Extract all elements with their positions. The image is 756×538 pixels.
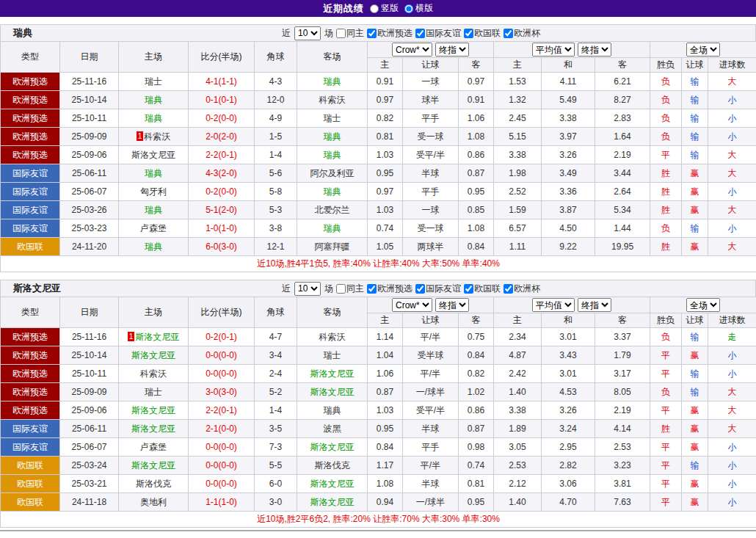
- away-team-name[interactable]: 瑞士: [324, 350, 341, 360]
- away-team-name[interactable]: 阿塞拜疆: [315, 241, 350, 252]
- date-cell: 24-11-20: [60, 238, 119, 256]
- odds-home-header: 主: [368, 313, 403, 328]
- avg-time-select[interactable]: 终指: [578, 298, 611, 312]
- match-filters: 近10场同主欧洲预选国际友谊欧国联欧洲杯: [282, 282, 540, 296]
- away-team-name[interactable]: 瑞士: [324, 113, 341, 123]
- goals-cell: 小: [708, 475, 756, 493]
- odds-time-select[interactable]: 终指: [435, 298, 469, 312]
- home-team-name[interactable]: 卢森堡: [140, 223, 167, 233]
- home-team-name[interactable]: 斯洛伐克: [136, 479, 171, 489]
- competition-filter[interactable]: 国际友谊: [415, 283, 461, 295]
- odds-home-cell: 0.97: [368, 183, 403, 201]
- away-team-name[interactable]: 科索沃: [319, 95, 346, 105]
- home-team-name[interactable]: 科索沃: [144, 131, 170, 142]
- home-team-name[interactable]: 卢森堡: [140, 442, 167, 452]
- avg-source-select[interactable]: 平均值: [532, 298, 575, 312]
- odds-home-cell: 0.91: [368, 73, 403, 91]
- away-team-name[interactable]: 瑞典: [324, 405, 341, 415]
- away-team-name[interactable]: 瑞典: [324, 186, 341, 197]
- home-team-name[interactable]: 斯洛文尼亚: [131, 460, 175, 470]
- odds-time-select[interactable]: 终指: [435, 43, 469, 57]
- away-team-name[interactable]: 斯洛文尼亚: [310, 442, 355, 452]
- same-home-filter[interactable]: 同主: [336, 283, 364, 295]
- away-team-name[interactable]: 斯洛伐克: [315, 460, 350, 470]
- home-team-name[interactable]: 瑞典: [145, 113, 162, 123]
- match-type-cell: 国际友谊: [1, 201, 60, 219]
- competition-checkbox[interactable]: [367, 29, 377, 38]
- competition-filter[interactable]: 欧国联: [464, 283, 501, 295]
- avg-time-select[interactable]: 终指: [578, 43, 611, 57]
- odds-company-select[interactable]: Crow*: [392, 43, 432, 57]
- odds-home-cell: 0.87: [368, 383, 403, 401]
- competition-checkbox[interactable]: [464, 29, 473, 38]
- away-team-name[interactable]: 波黑: [324, 424, 341, 434]
- competition-filter[interactable]: 欧洲杯: [504, 283, 540, 295]
- away-team-name[interactable]: 科索沃: [319, 332, 346, 342]
- competition-filter[interactable]: 欧国联: [464, 27, 501, 40]
- home-team-name[interactable]: 奥地利: [140, 497, 167, 507]
- home-team-name[interactable]: 瑞典: [145, 205, 162, 215]
- match-type-cell: 欧国联: [1, 493, 60, 512]
- handicap-result-cell: 输: [682, 365, 708, 383]
- away-team-name[interactable]: 斯洛文尼亚: [310, 497, 355, 507]
- away-team-name[interactable]: 北爱尔兰: [315, 205, 350, 215]
- home-team-cell: 1科索沃: [119, 128, 189, 146]
- home-team-name[interactable]: 瑞士: [145, 76, 162, 87]
- competition-filter[interactable]: 欧洲预选: [367, 283, 412, 295]
- competition-checkbox[interactable]: [367, 284, 377, 294]
- competition-checkbox[interactable]: [504, 29, 513, 38]
- date-cell: 25-06-07: [60, 438, 119, 457]
- table-row: 欧国联24-11-18奥地利1-1(1-0)3-0斯洛文尼亚0.94一/球半0.…: [1, 493, 756, 512]
- same-home-checkbox[interactable]: [336, 284, 346, 294]
- away-team-name[interactable]: 瑞典: [324, 131, 341, 142]
- home-team-name[interactable]: 匈牙利: [140, 186, 167, 197]
- horizontal-view-radio[interactable]: [404, 4, 413, 13]
- home-team-name[interactable]: 瑞典: [145, 95, 162, 105]
- outcome-cell: 平: [650, 493, 682, 512]
- home-team-name[interactable]: 斯洛文尼亚: [131, 424, 175, 434]
- vertical-view-radio[interactable]: [370, 4, 379, 13]
- view-option-horizontal[interactable]: 横版: [404, 2, 433, 15]
- competition-filter[interactable]: 欧洲预选: [367, 27, 412, 40]
- corner-cell: 3-5: [255, 420, 297, 438]
- same-home-checkbox[interactable]: [336, 29, 346, 38]
- same-home-filter[interactable]: 同主: [336, 27, 364, 40]
- home-team-name[interactable]: 斯洛文尼亚: [131, 405, 175, 415]
- match-count-select[interactable]: 10: [294, 282, 321, 296]
- away-team-cell: 斯洛文尼亚: [297, 383, 368, 401]
- goals-cell: 小: [708, 183, 756, 201]
- view-option-vertical[interactable]: 竖版: [370, 2, 399, 15]
- away-team-name[interactable]: 瑞典: [324, 150, 341, 160]
- scope-select[interactable]: 全场: [686, 298, 720, 312]
- competition-checkbox[interactable]: [504, 284, 513, 294]
- home-team-name[interactable]: 斯洛文尼亚: [131, 150, 175, 160]
- away-team-name[interactable]: 瑞典: [324, 223, 341, 233]
- odds-handicap-cell: 平手: [403, 438, 459, 457]
- match-count-select[interactable]: 10: [294, 26, 321, 40]
- away-team-name[interactable]: 瑞典: [324, 76, 341, 87]
- competition-checkbox[interactable]: [415, 29, 425, 38]
- handicap-result-cell: 赢: [682, 493, 708, 512]
- competition-filter[interactable]: 国际友谊: [415, 27, 461, 40]
- avg-draw-cell: 3.87: [542, 201, 595, 219]
- home-team-name[interactable]: 瑞典: [145, 241, 162, 252]
- odds-home-cell: 1.03: [368, 201, 403, 219]
- scope-select[interactable]: 全场: [686, 43, 720, 57]
- home-team-name[interactable]: 瑞典: [145, 168, 162, 178]
- away-team-name[interactable]: 斯洛文尼亚: [310, 387, 355, 397]
- odds-company-select[interactable]: Crow*: [392, 298, 432, 312]
- home-team-name[interactable]: 科索沃: [140, 368, 167, 379]
- away-team-name[interactable]: 阿尔及利亚: [310, 168, 355, 178]
- outcome-cell: 负: [650, 219, 682, 238]
- avg-source-select[interactable]: 平均值: [532, 43, 575, 57]
- competition-checkbox[interactable]: [415, 284, 425, 294]
- away-team-cell: 瑞典: [297, 146, 368, 164]
- competition-checkbox[interactable]: [464, 284, 473, 294]
- home-team-name[interactable]: 斯洛文尼亚: [131, 350, 175, 360]
- match-type-cell: 国际友谊: [1, 164, 60, 183]
- away-team-name[interactable]: 斯洛文尼亚: [310, 368, 355, 379]
- competition-filter[interactable]: 欧洲杯: [504, 27, 540, 40]
- home-team-name[interactable]: 斯洛文尼亚: [135, 332, 179, 342]
- away-team-name[interactable]: 斯洛文尼亚: [310, 479, 355, 489]
- home-team-name[interactable]: 瑞士: [145, 387, 162, 397]
